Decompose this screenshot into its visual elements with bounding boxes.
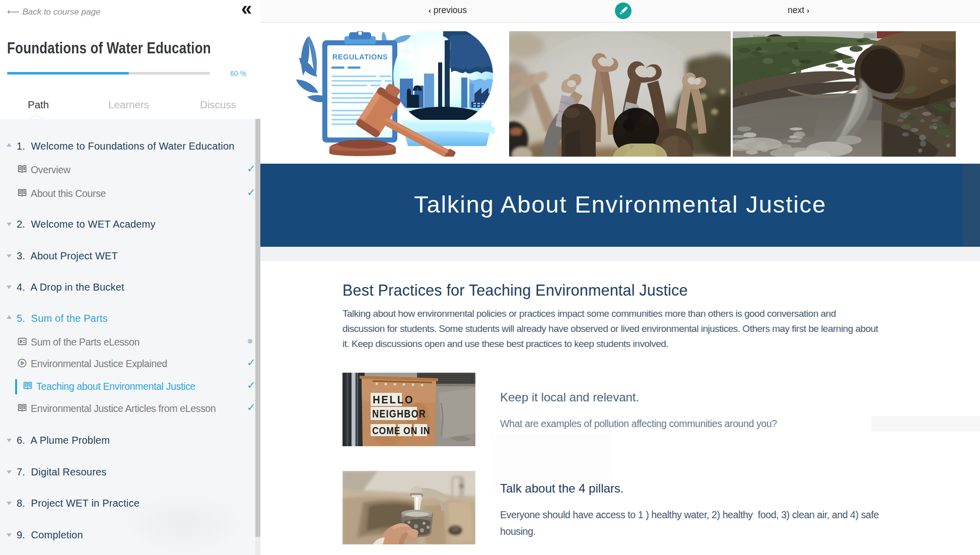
svg-text:HELLO: HELLO <box>373 393 414 405</box>
svg-text:REGULATIONS: REGULATIONS <box>332 53 388 61</box>
svg-text:COME ON IN: COME ON IN <box>372 425 430 436</box>
svg-text:NEIGHBOR: NEIGHBOR <box>372 407 426 420</box>
